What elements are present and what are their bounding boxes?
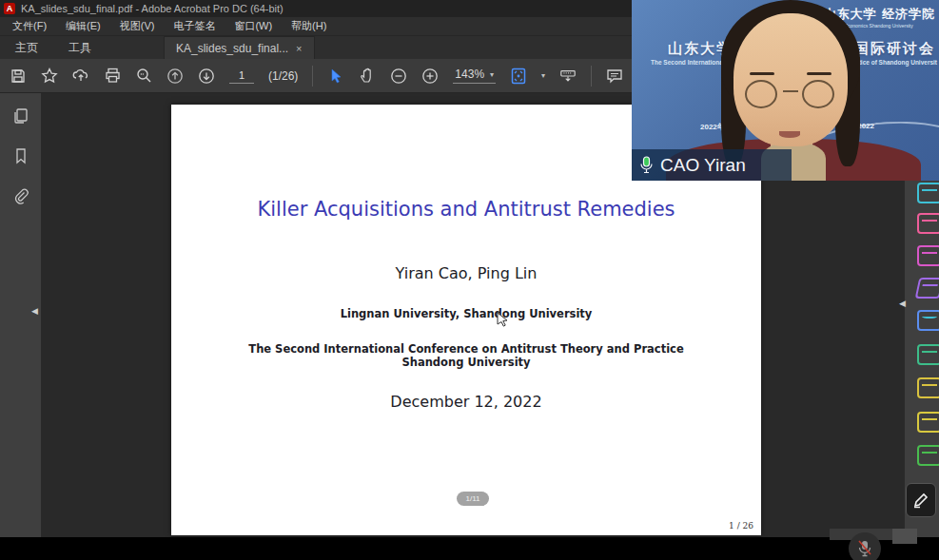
acrobat-window: A KA_slides_sdu_final.pdf - Adobe Acroba…: [0, 0, 939, 560]
speaker-mouth: [779, 131, 800, 138]
bottom-taskbar: [0, 537, 939, 560]
tab-document-label: KA_slides_sdu_final...: [176, 42, 288, 55]
participant-name: CAO Yiran: [660, 155, 746, 176]
zoom-in-icon[interactable]: [421, 68, 439, 85]
conference-line2: Shandong University: [171, 357, 761, 370]
mouse-cursor-icon: [497, 312, 509, 331]
export-tool-icon[interactable]: [917, 183, 939, 203]
tab-document[interactable]: KA_slides_sdu_final... ×: [164, 36, 315, 59]
conference-line1: The Second International Conference on A…: [171, 343, 761, 357]
page-fit-icon[interactable]: [510, 68, 527, 85]
organize-pages-icon[interactable]: [917, 213, 939, 234]
menu-help[interactable]: 帮助(H): [283, 17, 335, 35]
attachments-icon[interactable]: [11, 186, 30, 205]
chevron-down-icon: ▾: [490, 70, 494, 79]
speaker-glasses: [745, 80, 777, 108]
slide-page-indicator: 1 / 26: [729, 521, 753, 531]
create-pdf-icon[interactable]: [917, 310, 939, 331]
speaker-glasses-bridge: [783, 90, 798, 92]
reading-mode-icon[interactable]: [559, 68, 577, 85]
page-thumbnails-icon[interactable]: [11, 106, 30, 126]
mic-muted-icon: [856, 539, 873, 558]
export-pdf-icon[interactable]: [917, 245, 939, 266]
slide-conference: The Second International Conference on A…: [171, 343, 761, 370]
comment-tool-icon[interactable]: [917, 412, 939, 433]
page-number-input[interactable]: [229, 68, 254, 84]
slide-title: Killer Acquisitions and Antitrust Remedi…: [171, 198, 761, 221]
speaker-eyebrow: [807, 72, 831, 75]
hand-tool-icon[interactable]: [359, 68, 376, 85]
slide-authors: Yiran Cao, Ping Lin: [171, 264, 761, 282]
tab-home-label: 主页: [15, 40, 38, 56]
previous-page-icon[interactable]: [166, 68, 184, 85]
slide-page-pill: 1/11: [457, 492, 489, 506]
toolbar-divider: [591, 66, 592, 87]
fill-and-sign-icon[interactable]: [906, 483, 936, 517]
conference-banner-en-left: The Second International: [651, 59, 725, 66]
menu-esign[interactable]: 电子签名: [165, 17, 224, 35]
request-signatures-icon[interactable]: [917, 377, 939, 398]
meeting-toolbar-fragment: [892, 529, 917, 544]
toolbar-divider: [312, 66, 313, 87]
menu-file[interactable]: 文件(F): [4, 17, 55, 35]
speaker-face: [734, 13, 848, 146]
search-icon[interactable]: [135, 68, 152, 85]
page-count-label: (1/26): [268, 69, 298, 83]
mic-active-icon: [639, 156, 654, 174]
speaker-glasses: [802, 80, 834, 108]
menu-edit[interactable]: 编辑(E): [57, 17, 109, 35]
stamp-tool-icon[interactable]: [917, 445, 939, 466]
close-icon[interactable]: ×: [296, 43, 302, 54]
save-icon[interactable]: [10, 68, 27, 85]
zoom-level-value: 143%: [455, 68, 484, 81]
slide-affiliation: Lingnan University, Shandong University: [171, 307, 761, 320]
tab-home[interactable]: 主页: [0, 36, 53, 59]
tab-tools-label: 工具: [68, 40, 91, 56]
participant-name-bar: CAO Yiran: [632, 149, 792, 181]
window-title: KA_slides_sdu_final.pdf - Adobe Acrobat …: [21, 3, 284, 14]
speaker-eyebrow: [750, 72, 774, 75]
next-page-icon[interactable]: [198, 68, 215, 85]
collapse-right-pane-icon[interactable]: ◀: [899, 299, 906, 308]
slide-date: December 12, 2022: [171, 393, 761, 411]
chevron-down-icon[interactable]: ▾: [541, 71, 545, 80]
menu-view[interactable]: 视图(V): [111, 17, 164, 35]
combine-files-icon[interactable]: [917, 344, 939, 365]
edit-pdf-icon[interactable]: [915, 278, 939, 299]
webcam-video-tile[interactable]: ◉ 山东大学 经济学院 School of Economics Shandong…: [632, 0, 939, 181]
bookmarks-icon[interactable]: [11, 146, 30, 165]
mic-muted-button[interactable]: [849, 532, 881, 560]
select-tool-icon[interactable]: [327, 68, 344, 85]
star-icon[interactable]: [41, 68, 58, 85]
print-icon[interactable]: [104, 68, 121, 85]
collapse-left-pane-icon[interactable]: ◀: [31, 306, 38, 316]
cloud-upload-icon[interactable]: [72, 68, 89, 85]
zoom-level-dropdown[interactable]: 143% ▾: [453, 68, 496, 84]
adobe-acrobat-icon: A: [4, 3, 15, 14]
zoom-out-icon[interactable]: [390, 68, 407, 85]
tab-tools[interactable]: 工具: [53, 36, 107, 59]
comment-icon[interactable]: [606, 68, 623, 85]
menu-window[interactable]: 窗口(W): [225, 17, 281, 35]
